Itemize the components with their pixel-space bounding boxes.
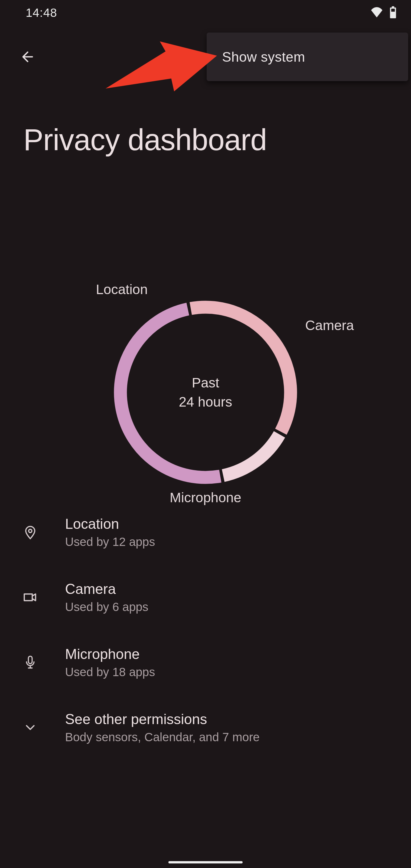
status-bar: 14:48	[0, 0, 411, 26]
camera-icon	[20, 587, 40, 608]
location-pin-icon	[20, 522, 40, 542]
microphone-icon	[20, 652, 40, 673]
list-title: See other permissions	[65, 711, 260, 727]
chevron-down-icon	[20, 717, 40, 738]
battery-icon	[389, 6, 397, 20]
list-subtitle: Used by 18 apps	[65, 665, 155, 679]
wifi-icon	[371, 7, 383, 19]
list-subtitle: Body sensors, Calendar, and 7 more	[65, 731, 260, 744]
list-title: Camera	[65, 581, 149, 597]
chart-center-line1: Past	[179, 373, 232, 392]
permission-list: Location Used by 12 apps Camera Used by …	[0, 500, 411, 760]
status-icons	[371, 6, 397, 20]
list-title: Location	[65, 516, 155, 532]
usage-ring: Past 24 hours	[113, 300, 298, 485]
svg-rect-0	[391, 8, 395, 12]
list-title: Microphone	[65, 646, 155, 662]
chart-label-location: Location	[96, 282, 148, 297]
page-title: Privacy dashboard	[23, 123, 267, 157]
menu-item-show-system[interactable]: Show system	[222, 49, 305, 65]
list-item-camera[interactable]: Camera Used by 6 apps	[0, 565, 411, 630]
usage-chart: Past 24 hours Location Camera Microphone	[0, 220, 411, 486]
list-subtitle: Used by 12 apps	[65, 535, 155, 549]
list-item-microphone[interactable]: Microphone Used by 18 apps	[0, 630, 411, 695]
overflow-menu: Show system	[207, 33, 408, 81]
clock: 14:48	[26, 6, 57, 20]
chart-center-label: Past 24 hours	[179, 373, 232, 411]
gesture-nav-bar[interactable]	[168, 861, 243, 863]
list-subtitle: Used by 6 apps	[65, 600, 149, 614]
arrow-left-icon	[20, 49, 36, 66]
list-item-location[interactable]: Location Used by 12 apps	[0, 500, 411, 565]
chart-center-line2: 24 hours	[179, 392, 232, 411]
list-item-other-permissions[interactable]: See other permissions Body sensors, Cale…	[0, 695, 411, 760]
back-button[interactable]	[15, 44, 40, 70]
svg-point-1	[29, 529, 32, 532]
chart-label-camera: Camera	[305, 317, 354, 333]
